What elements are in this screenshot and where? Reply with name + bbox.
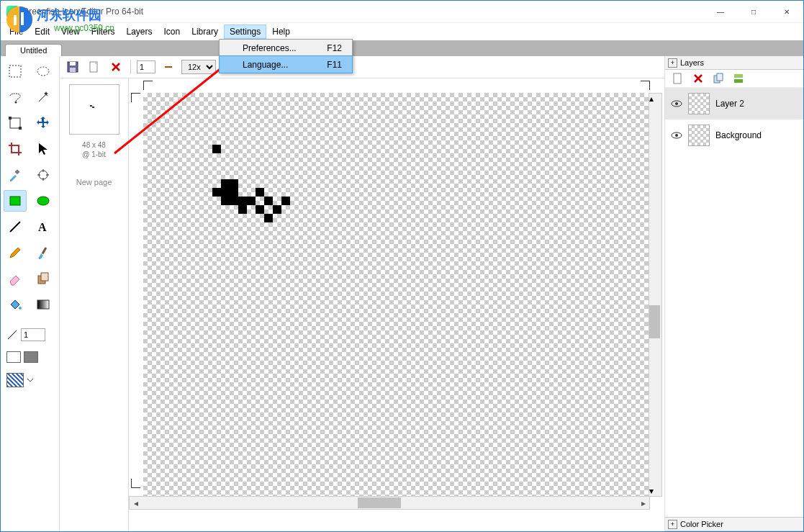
- menu-layers[interactable]: Layers: [121, 24, 158, 39]
- tool-move[interactable]: [32, 112, 55, 134]
- tool-rect-select[interactable]: [4, 60, 27, 82]
- page-minus-button[interactable]: [160, 58, 177, 76]
- page-thumbnail[interactable]: [69, 84, 119, 135]
- tool-brush[interactable]: [32, 242, 55, 263]
- swatch-dropdown-icon[interactable]: [27, 377, 34, 384]
- tool-transform[interactable]: [4, 112, 27, 134]
- pattern-swatch[interactable]: [6, 373, 24, 387]
- settings-dropdown: Preferences... F12 Language... F11: [219, 39, 353, 73]
- line-weight-icon: [6, 329, 18, 341]
- svg-rect-24: [70, 68, 76, 72]
- tool-gradient[interactable]: [32, 294, 55, 315]
- pixel-canvas[interactable]: [143, 93, 650, 497]
- layer-duplicate-button[interactable]: [710, 70, 727, 87]
- tool-pencil[interactable]: [4, 242, 27, 263]
- menu-language-shortcut: F11: [327, 60, 342, 70]
- visibility-icon[interactable]: [671, 98, 682, 109]
- delete-button[interactable]: [107, 58, 125, 76]
- scrollbar-vertical[interactable]: ▴ ▾: [649, 93, 662, 497]
- menu-edit[interactable]: Edit: [29, 24, 55, 39]
- tool-line[interactable]: [4, 216, 27, 238]
- tool-pointer[interactable]: [32, 138, 55, 160]
- svg-point-37: [675, 134, 678, 137]
- tool-eyedropper[interactable]: [4, 164, 27, 186]
- menu-filters[interactable]: Filters: [86, 24, 121, 39]
- tool-ellipse-select[interactable]: [32, 60, 55, 82]
- layer-row[interactable]: Layer 2: [665, 88, 803, 120]
- menu-icon[interactable]: Icon: [158, 24, 186, 39]
- svg-line-14: [10, 222, 20, 232]
- color-picker-panel-header[interactable]: + Color Picker: [665, 517, 803, 531]
- svg-point-13: [37, 197, 49, 205]
- color-picker-title: Color Picker: [680, 520, 723, 528]
- scroll-right-icon[interactable]: ▸: [637, 498, 649, 508]
- page-index-input[interactable]: [137, 60, 155, 73]
- tab-untitled[interactable]: Untitled: [5, 44, 62, 56]
- menu-help[interactable]: Help: [266, 24, 296, 39]
- tool-wand[interactable]: [32, 86, 55, 108]
- tool-bucket[interactable]: [4, 294, 27, 315]
- layer-row[interactable]: Background: [665, 120, 803, 151]
- minimize-button[interactable]: —: [704, 1, 737, 22]
- tool-text[interactable]: A: [32, 216, 55, 238]
- tool-filled-rect[interactable]: [4, 190, 27, 212]
- collapse-icon[interactable]: +: [668, 58, 677, 68]
- color-slot-1[interactable]: [6, 351, 21, 363]
- tool-lasso[interactable]: [4, 86, 27, 108]
- layer-add-button[interactable]: [669, 70, 687, 87]
- menu-file[interactable]: File: [4, 24, 29, 39]
- pixel: [256, 205, 264, 214]
- tool-filled-ellipse[interactable]: [32, 190, 55, 212]
- layer-merge-button[interactable]: [730, 70, 747, 87]
- app-icon: [6, 6, 18, 17]
- tool-hotspot[interactable]: [32, 164, 55, 186]
- page-dims: 48 x 48: [82, 140, 106, 150]
- maximize-button[interactable]: □: [737, 1, 770, 22]
- visibility-icon[interactable]: [671, 130, 682, 141]
- zoom-select[interactable]: 12x: [181, 60, 216, 74]
- pixel: [221, 179, 230, 188]
- menu-settings[interactable]: Settings: [224, 24, 266, 39]
- svg-line-21: [8, 330, 17, 339]
- scroll-down-icon[interactable]: ▾: [649, 486, 661, 496]
- svg-rect-7: [10, 118, 20, 128]
- menu-library[interactable]: Library: [186, 24, 224, 39]
- pixel: [230, 197, 238, 205]
- svg-point-35: [675, 102, 678, 105]
- svg-rect-33: [734, 79, 743, 83]
- ruler-horizontal: [143, 81, 650, 86]
- layer-delete-button[interactable]: [690, 70, 707, 87]
- menu-view[interactable]: View: [55, 24, 86, 39]
- line-width-input[interactable]: [21, 328, 45, 341]
- tool-palette: A: [1, 56, 60, 531]
- svg-rect-23: [70, 62, 76, 66]
- pixel: [264, 197, 273, 205]
- svg-rect-9: [19, 127, 22, 130]
- canvas-area: ▴ ▾ ◂ ▸: [129, 78, 664, 531]
- new-page-link[interactable]: New page: [76, 178, 112, 186]
- svg-text:A: A: [38, 221, 47, 233]
- tool-eraser[interactable]: [4, 268, 27, 289]
- new-page-button[interactable]: [86, 58, 103, 76]
- color-slot-2[interactable]: [24, 351, 38, 363]
- tool-clone[interactable]: [32, 268, 55, 289]
- tool-crop[interactable]: [4, 138, 27, 160]
- save-button[interactable]: [64, 58, 81, 76]
- svg-rect-31: [717, 73, 723, 81]
- pixel: [212, 145, 221, 153]
- layers-panel-header[interactable]: + Layers: [665, 56, 803, 70]
- ruler-vertical: [131, 93, 137, 488]
- close-button[interactable]: ✕: [770, 1, 803, 22]
- scrollbar-horizontal[interactable]: ◂ ▸: [129, 496, 650, 510]
- menu-preferences[interactable]: Preferences... F12: [220, 40, 352, 56]
- scroll-left-icon[interactable]: ◂: [130, 498, 142, 508]
- pixel: [281, 197, 290, 205]
- menu-language[interactable]: Language... F11: [219, 55, 353, 73]
- scroll-up-icon[interactable]: ▴: [649, 94, 661, 104]
- page-list: 48 x 48 @ 1-bit New page: [60, 78, 129, 531]
- collapse-icon[interactable]: +: [668, 520, 677, 529]
- layers-toolbar: [665, 70, 803, 88]
- menu-preferences-shortcut: F12: [327, 43, 342, 53]
- menu-preferences-label: Preferences...: [243, 43, 297, 53]
- pixel: [256, 188, 264, 197]
